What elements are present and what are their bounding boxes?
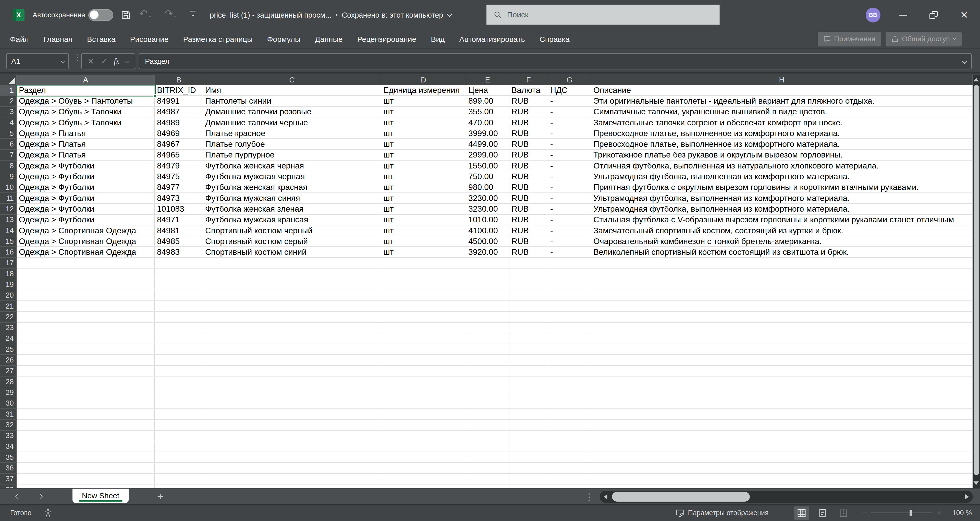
- cell-G34[interactable]: [548, 441, 591, 452]
- cell-G9[interactable]: -: [548, 171, 591, 182]
- cell-F17[interactable]: [509, 258, 548, 269]
- cell-C32[interactable]: [203, 420, 381, 430]
- cell-E17[interactable]: [466, 258, 509, 269]
- cell-A13[interactable]: Одежда > Футболки: [17, 215, 155, 225]
- cell-B25[interactable]: [155, 344, 203, 355]
- cell-E38[interactable]: [466, 484, 509, 488]
- row-header-7[interactable]: 7: [0, 150, 17, 161]
- cell-G23[interactable]: [548, 323, 591, 333]
- cell-E1[interactable]: Цена: [466, 85, 509, 96]
- column-header-H[interactable]: H: [591, 75, 973, 85]
- cell-E10[interactable]: 980.00: [466, 182, 509, 193]
- row-header-27[interactable]: 27: [0, 366, 17, 376]
- row-header-24[interactable]: 24: [0, 333, 17, 344]
- cell-H37[interactable]: [591, 474, 973, 484]
- cell-A14[interactable]: Одежда > Спортивная Одежда: [17, 225, 155, 236]
- horizontal-scrollbar[interactable]: [600, 491, 973, 503]
- row-header-30[interactable]: 30: [0, 398, 17, 409]
- cell-C15[interactable]: Спортивный костюм серый: [203, 236, 381, 247]
- cell-A36[interactable]: [17, 463, 155, 473]
- cell-E4[interactable]: 470.00: [466, 118, 509, 128]
- cell-E28[interactable]: [466, 376, 509, 387]
- cell-H4[interactable]: Замечательные тапочки согреют и обеспеча…: [591, 118, 973, 128]
- zoom-slider-thumb[interactable]: [910, 510, 912, 516]
- cell-B23[interactable]: [155, 323, 203, 333]
- cell-A5[interactable]: Одежда > Платья: [17, 128, 155, 139]
- cell-G33[interactable]: [548, 431, 591, 441]
- cell-G31[interactable]: [548, 409, 591, 420]
- cell-A31[interactable]: [17, 409, 155, 420]
- cell-C20[interactable]: [203, 290, 381, 301]
- cell-F13[interactable]: RUB: [509, 215, 548, 225]
- cell-A38[interactable]: [17, 484, 155, 488]
- formula-input[interactable]: Раздел: [139, 53, 972, 69]
- row-header-12[interactable]: 12: [0, 204, 17, 214]
- cell-H10[interactable]: Приятная футболка с округлым вырезом гор…: [591, 182, 973, 193]
- column-header-A[interactable]: A: [17, 75, 155, 85]
- cell-C14[interactable]: Спортивный костюм черный: [203, 225, 381, 236]
- cell-B24[interactable]: [155, 333, 203, 344]
- cell-G26[interactable]: [548, 355, 591, 366]
- cell-H25[interactable]: [591, 344, 973, 355]
- cell-E2[interactable]: 899.00: [466, 96, 509, 107]
- cell-B31[interactable]: [155, 409, 203, 420]
- cell-D34[interactable]: [381, 441, 466, 452]
- redo-icon[interactable]: ↷⌄: [165, 8, 183, 21]
- cell-G15[interactable]: -: [548, 236, 591, 247]
- column-header-G[interactable]: G: [548, 75, 591, 85]
- cell-C22[interactable]: [203, 312, 381, 322]
- cell-A16[interactable]: Одежда > Спортивная Одежда: [17, 247, 155, 258]
- autosave-toggle[interactable]: [88, 9, 113, 21]
- row-header-34[interactable]: 34: [0, 441, 17, 452]
- cell-F11[interactable]: RUB: [509, 193, 548, 204]
- cell-E33[interactable]: [466, 431, 509, 441]
- cell-A21[interactable]: [17, 301, 155, 312]
- cell-E35[interactable]: [466, 452, 509, 463]
- row-header-6[interactable]: 6: [0, 139, 17, 150]
- cell-D25[interactable]: [381, 344, 466, 355]
- cell-D21[interactable]: [381, 301, 466, 312]
- row-header-20[interactable]: 20: [0, 290, 17, 301]
- cancel-icon[interactable]: ✕: [88, 57, 94, 66]
- row-header-21[interactable]: 21: [0, 301, 17, 312]
- cell-A30[interactable]: [17, 398, 155, 409]
- zoom-slider[interactable]: [871, 513, 932, 513]
- search-input[interactable]: Поиск: [486, 5, 720, 25]
- cell-C19[interactable]: [203, 279, 381, 290]
- cell-H5[interactable]: Превосходное платье, выполненное из комф…: [591, 128, 973, 139]
- vertical-scroll-thumb[interactable]: [974, 85, 979, 475]
- cell-A24[interactable]: [17, 333, 155, 344]
- cell-H21[interactable]: [591, 301, 973, 312]
- cell-E32[interactable]: [466, 420, 509, 430]
- cell-D5[interactable]: шт: [381, 128, 466, 139]
- cell-F31[interactable]: [509, 409, 548, 420]
- cell-B6[interactable]: 84967: [155, 139, 203, 150]
- prev-sheet-arrow[interactable]: [15, 494, 21, 499]
- cell-A7[interactable]: Одежда > Платья: [17, 150, 155, 161]
- cell-B34[interactable]: [155, 441, 203, 452]
- ribbon-tab-5[interactable]: Формулы: [267, 35, 301, 44]
- cell-B3[interactable]: 84987: [155, 107, 203, 118]
- cell-A34[interactable]: [17, 441, 155, 452]
- cell-D20[interactable]: [381, 290, 466, 301]
- cell-C28[interactable]: [203, 376, 381, 387]
- cell-B35[interactable]: [155, 452, 203, 463]
- cell-A10[interactable]: Одежда > Футболки: [17, 182, 155, 193]
- cell-H28[interactable]: [591, 376, 973, 387]
- cell-H13[interactable]: Стильная футболка с V-образным вырезом г…: [591, 215, 973, 225]
- cell-D26[interactable]: [381, 355, 466, 366]
- cell-E37[interactable]: [466, 474, 509, 484]
- cell-E29[interactable]: [466, 387, 509, 398]
- saved-status[interactable]: Сохранено в: этот компьютер: [342, 11, 443, 19]
- cell-E18[interactable]: [466, 269, 509, 279]
- cell-E19[interactable]: [466, 279, 509, 290]
- cell-E24[interactable]: [466, 333, 509, 344]
- cell-A6[interactable]: Одежда > Платья: [17, 139, 155, 150]
- cell-D36[interactable]: [381, 463, 466, 473]
- cell-B38[interactable]: [155, 484, 203, 488]
- cell-H27[interactable]: [591, 366, 973, 376]
- cell-B18[interactable]: [155, 269, 203, 279]
- add-sheet-button[interactable]: +: [155, 491, 166, 502]
- cell-B30[interactable]: [155, 398, 203, 409]
- cell-C21[interactable]: [203, 301, 381, 312]
